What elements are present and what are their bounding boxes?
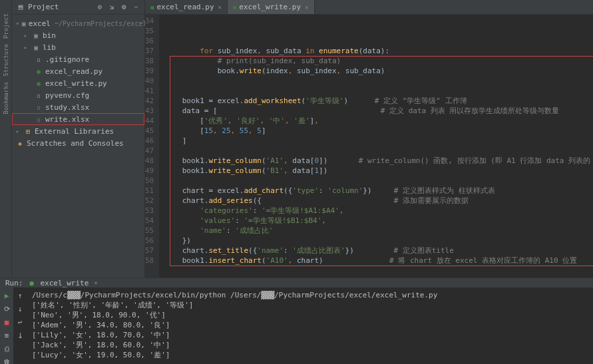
rail-bookmarks[interactable]: Bookmarks [3,82,9,114]
chevron-down-icon[interactable]: ▾ [16,21,19,27]
tree-item-label: excel_write.py [45,79,107,88]
tree-item-label: .gitignore [45,55,89,64]
tree-root-label: excel [29,19,51,28]
file-icon: ▫ [35,56,43,63]
console-output[interactable]: /Users/c▓▓▓/PycharmProjects/excel/bin/py… [27,287,593,364]
soft-wrap-icon[interactable]: ↩ [15,317,25,327]
rerun-icon[interactable]: ▶ [1,290,12,301]
tree-root[interactable]: ▾ ▣ excel ~/PycharmProjects/excel [12,17,144,29]
python-icon: ● [27,278,37,287]
scroll-end-icon[interactable]: ⤓ [15,330,25,341]
tree-item-label: bin [43,31,56,40]
project-title: Project [28,3,93,11]
layout-icon[interactable]: ≡ [1,330,12,341]
tree-item-label: excel_read.py [45,67,102,76]
tab-excel-write[interactable]: ● excel_write.py × [228,0,315,14]
tree-item-pyvenv[interactable]: ▫ pyvenv.cfg [12,89,144,101]
up-icon[interactable]: ↑ [15,290,25,301]
delete-icon[interactable]: 🗑 [1,357,12,364]
gear-icon[interactable]: ⚙ [119,3,128,12]
left-tool-rail: Project Structure Bookmarks [0,0,12,277]
run-toolbar: ▶ ⟳ ■ ≡ ⎙ 🗑 [0,287,13,364]
folder-icon: ▣ [22,20,26,27]
tree-item-study-xlsx[interactable]: ▫ study.xlsx [12,101,144,113]
tree-item-excel-read[interactable]: ● excel_read.py [12,65,144,77]
chevron-right-icon[interactable]: ▸ [24,45,29,51]
folder-icon: ▣ [32,44,40,51]
file-icon: ▫ [35,92,43,99]
tree-item-write-xlsx[interactable]: ▫ write.xlsx [12,113,144,125]
tree-item-label: lib [43,43,56,52]
tree-item-label: External Libraries [35,127,114,136]
expand-all-icon[interactable]: ⇲ [107,3,116,12]
run-config-name[interactable]: excel_write [41,279,89,287]
project-panel: ▤ Project ⊙ ⇲ ⚙ － ▾ ▣ excel ~/PycharmPro… [12,0,145,277]
project-header: ▤ Project ⊙ ⇲ ⚙ － [12,0,144,15]
scratch-icon: ◈ [16,140,24,147]
library-icon: ⊞ [24,128,32,135]
code-content[interactable]: for sub_index, sub_data in enumerate(dat… [159,15,593,277]
tab-excel-read[interactable]: ● excel_read.py × [145,0,228,14]
down-icon[interactable]: ↓ [15,303,25,314]
tab-label: excel_read.py [156,3,214,11]
tree-external-libraries[interactable]: ▸ ⊞ External Libraries [12,125,144,137]
select-opened-icon[interactable]: ⊙ [95,3,104,12]
tree-item-lib[interactable]: ▸ ▣ lib [12,41,144,53]
python-icon: ● [150,4,154,11]
xlsx-icon: ▫ [35,116,43,123]
run-title: Run: [5,279,23,287]
rail-project[interactable]: Project [3,13,9,39]
close-icon[interactable]: × [94,279,97,286]
hide-icon[interactable]: － [131,3,140,12]
tree-item-label: write.xlsx [45,115,89,124]
run-panel: Run: ● excel_write × ▶ ⟳ ■ ≡ ⎙ 🗑 ↑ ↓ ↩ ⤓… [0,277,593,364]
project-view-icon[interactable]: ▤ [16,3,25,12]
folder-icon: ▣ [32,32,40,39]
code-editor[interactable]: 3435363738394041424344454647484950515253… [145,15,593,277]
tab-label: excel_write.py [239,3,301,11]
chevron-right-icon[interactable]: ▸ [24,33,29,39]
xlsx-icon: ▫ [35,104,43,111]
tree-scratches[interactable]: ◈ Scratches and Consoles [12,137,144,149]
tree-item-label: study.xlsx [45,103,89,112]
python-icon: ● [233,4,236,11]
tree-item-excel-write[interactable]: ● excel_write.py [12,77,144,89]
tree-item-label: Scratches and Consoles [27,139,124,148]
tree-item-gitignore[interactable]: ▫ .gitignore [12,53,144,65]
run-debug-icon[interactable]: ⟳ [1,303,12,314]
chevron-right-icon[interactable]: ▸ [16,128,21,134]
run-header: Run: ● excel_write × [0,278,593,287]
project-tree: ▾ ▣ excel ~/PycharmProjects/excel ▸ ▣ bi… [12,15,144,152]
close-icon[interactable]: × [218,4,222,11]
tree-item-bin[interactable]: ▸ ▣ bin [12,29,144,41]
editor-tabs: ● excel_read.py × ● excel_write.py × [145,0,593,15]
close-icon[interactable]: × [305,4,308,11]
python-icon: ● [35,68,43,75]
editor-area: ● excel_read.py × ● excel_write.py × 343… [145,0,593,277]
python-icon: ● [35,80,43,87]
tree-item-label: pyvenv.cfg [45,91,89,100]
stop-icon[interactable]: ■ [1,317,12,327]
print-icon[interactable]: ⎙ [1,343,12,354]
line-gutter: 3435363738394041424344454647484950515253… [145,15,159,277]
tree-root-path: ~/PycharmProjects/excel [55,20,146,27]
rail-structure[interactable]: Structure [3,44,9,77]
run-toolbar-2: ↑ ↓ ↩ ⤓ [13,287,27,364]
